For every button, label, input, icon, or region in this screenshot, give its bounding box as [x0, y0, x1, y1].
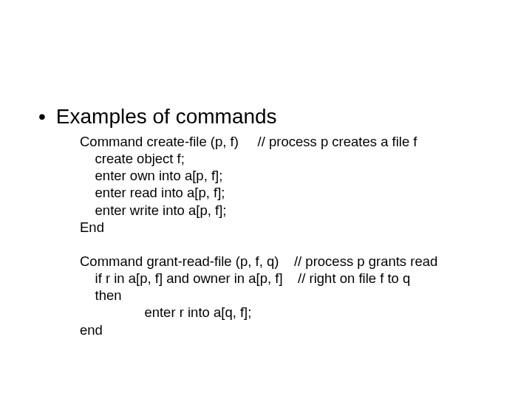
slide: • Examples of commands Command create-fi… — [0, 0, 532, 399]
bullet-heading-row: • Examples of commands — [38, 106, 277, 129]
code-block-create-file: Command create-file (p, f) // process p … — [80, 133, 417, 236]
code-block-grant-read-file: Command grant-read-file (p, f, q) // pro… — [80, 253, 437, 338]
heading-text: Examples of commands — [56, 106, 277, 129]
bullet-icon: • — [38, 106, 46, 127]
